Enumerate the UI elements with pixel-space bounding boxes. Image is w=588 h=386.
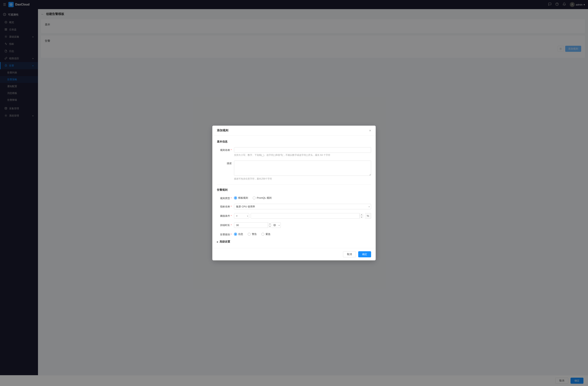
advanced-settings-toggle[interactable]: ▶ 高级设置: [217, 240, 371, 244]
modal-header: 添加规则 ×: [212, 126, 376, 135]
template-radio-circle: [234, 196, 237, 199]
info-label: 信息: [238, 232, 243, 236]
duration-decrement-button[interactable]: ▼: [268, 225, 272, 228]
alert-level-radio-group: 信息 警告 紧急: [234, 232, 371, 236]
metric-name-row: 指标名称 * 集群 CPU 使用率 集群内存使用率 集群磁盘使用率 ▾: [217, 204, 371, 209]
rule-name-control: 支持大小写、数字、下划线(_)、连字符(-)和冒号(，不能以数字或连字符(-)开…: [234, 147, 371, 157]
promql-label: PromQL 规则: [257, 196, 272, 200]
desc-hint: 描述可包含任意字符，最长256个字符: [234, 177, 371, 180]
alert-level-info[interactable]: 信息: [234, 232, 243, 236]
duration-unit-select[interactable]: 秒 分 时: [272, 222, 281, 228]
alert-level-critical[interactable]: 紧急: [261, 232, 271, 236]
rule-type-required: *: [231, 197, 232, 200]
alert-rule-heading: 告警规则: [217, 188, 371, 192]
alert-level-required: *: [231, 233, 232, 236]
duration-label: 持续时长 *: [217, 222, 234, 227]
desc-row: 描述 描述可包含任意字符，最长256个字符: [217, 161, 371, 180]
duration-increment-button[interactable]: ▲: [268, 222, 272, 225]
threshold-decrement-button[interactable]: ▼: [359, 216, 363, 219]
duration-spinners: ▲ ▼: [268, 222, 272, 228]
warn-label: 警告: [252, 232, 257, 236]
advanced-settings-label: 高级设置: [220, 240, 230, 244]
duration-required: *: [231, 224, 232, 227]
rule-type-label: 规则类型 *: [217, 195, 234, 200]
critical-label: 紧急: [266, 232, 271, 236]
promql-radio-circle: [252, 196, 256, 199]
modal-overlay: 添加规则 × 基本信息 规则名称 * 支持大小写、数字、下划线(_)、连字符(-…: [0, 0, 588, 386]
modal-confirm-button[interactable]: 确定: [358, 251, 371, 257]
threshold-control: > >= < <= == != ▾ ▲: [234, 213, 371, 219]
threshold-value-wrap: ▲ ▼: [251, 213, 363, 219]
rule-name-row: 规则名称 * 支持大小写、数字、下划线(_)、连字符(-)和冒号(，不能以数字或…: [217, 147, 371, 157]
threshold-row: 阈值条件 * > >= < <= == !=: [217, 213, 371, 219]
basic-info-heading: 基本信息: [217, 140, 371, 143]
rule-name-label: 规则名称 *: [217, 147, 234, 152]
threshold-op-wrapper: > >= < <= == != ▾: [234, 213, 249, 219]
threshold-value-input[interactable]: [251, 213, 363, 219]
duration-control: ▲ ▼ 秒 分 时 ▾: [234, 222, 371, 228]
desc-control: 描述可包含任意字符，最长256个字符: [234, 161, 371, 180]
threshold-unit-badge: %: [365, 213, 371, 219]
alert-level-warn[interactable]: 警告: [248, 232, 257, 236]
modal-cancel-button[interactable]: 取消: [343, 251, 356, 257]
rule-type-promql[interactable]: PromQL 规则: [252, 196, 272, 200]
rule-type-control: 模板规则 PromQL 规则: [234, 195, 371, 200]
desc-label: 描述: [217, 161, 234, 165]
modal-close-button[interactable]: ×: [369, 129, 371, 132]
modal-body: 基本信息 规则名称 * 支持大小写、数字、下划线(_)、连字符(-)和冒号(，不…: [212, 135, 376, 248]
modal-footer: 取消 确定: [212, 248, 376, 260]
metric-name-label: 指标名称 *: [217, 204, 234, 208]
warn-radio-circle: [248, 233, 251, 236]
duration-input-row: ▲ ▼ 秒 分 时 ▾: [234, 222, 371, 228]
threshold-increment-button[interactable]: ▲: [359, 213, 363, 216]
threshold-spinners: ▲ ▼: [359, 213, 363, 219]
duration-value-input[interactable]: [234, 222, 272, 228]
rule-type-template[interactable]: 模板规则: [234, 196, 248, 200]
template-label: 模板规则: [238, 196, 248, 200]
duration-value-wrap: ▲ ▼: [234, 222, 272, 228]
rule-name-hint: 支持大小写、数字、下划线(_)、连字符(-)和冒号(，不能以数字或连字符(-)开…: [234, 154, 371, 157]
threshold-label: 阈值条件 *: [217, 213, 234, 218]
critical-radio-circle: [261, 233, 264, 236]
alert-level-label: 告警级别 *: [217, 232, 234, 236]
threshold-required: *: [231, 214, 232, 217]
rule-type-radio-group: 模板规则 PromQL 规则: [234, 195, 371, 200]
metric-name-required: *: [231, 205, 232, 208]
duration-unit-wrapper: 秒 分 时 ▾: [272, 222, 281, 228]
metric-name-select[interactable]: 集群 CPU 使用率 集群内存使用率 集群磁盘使用率: [234, 204, 371, 209]
threshold-input-row: > >= < <= == != ▾ ▲: [234, 213, 371, 219]
modal-title: 添加规则: [217, 129, 228, 132]
metric-name-control: 集群 CPU 使用率 集群内存使用率 集群磁盘使用率 ▾: [234, 204, 371, 209]
info-radio-circle: [234, 233, 237, 236]
metric-name-select-wrapper: 集群 CPU 使用率 集群内存使用率 集群磁盘使用率 ▾: [234, 204, 371, 209]
rule-name-input[interactable]: [234, 147, 371, 153]
threshold-op-select[interactable]: > >= < <= == !=: [234, 213, 249, 219]
duration-row: 持续时长 * ▲ ▼ 秒: [217, 222, 371, 228]
alert-level-control: 信息 警告 紧急: [234, 232, 371, 236]
alert-level-row: 告警级别 * 信息 警告: [217, 232, 371, 236]
rule-name-required: *: [231, 149, 232, 152]
add-rule-modal: 添加规则 × 基本信息 规则名称 * 支持大小写、数字、下划线(_)、连字符(-…: [212, 126, 376, 260]
rule-type-row: 规则类型 * 模板规则 PromQL 规则: [217, 195, 371, 200]
advanced-arrow-icon: ▶: [217, 241, 218, 243]
desc-textarea[interactable]: [234, 161, 371, 176]
